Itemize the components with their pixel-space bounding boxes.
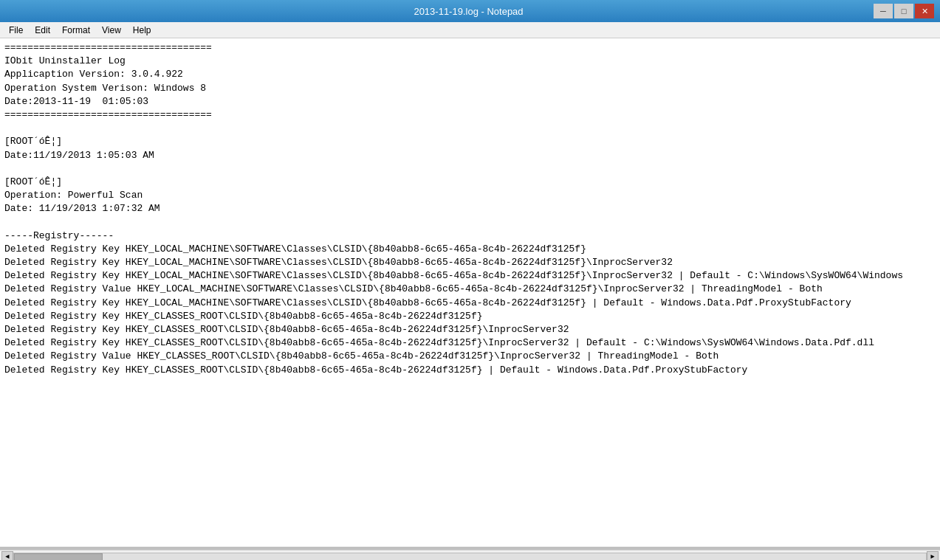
- window-title: 2013-11-19.log - Notepad: [64, 6, 874, 17]
- scroll-left-arrow[interactable]: ◄: [1, 551, 13, 561]
- scroll-right-arrow[interactable]: ►: [927, 551, 939, 561]
- text-editor[interactable]: [0, 38, 940, 547]
- title-bar: 2013-11-19.log - Notepad ─ □ ✕: [0, 0, 940, 22]
- menu-bar: File Edit Format View Help: [0, 22, 940, 38]
- horizontal-scrollbar[interactable]: ◄ ►: [0, 550, 940, 560]
- menu-view[interactable]: View: [96, 22, 127, 38]
- menu-file[interactable]: File: [3, 22, 29, 38]
- maximize-button[interactable]: □: [894, 4, 913, 18]
- window-controls: ─ □ ✕: [874, 4, 934, 18]
- menu-help[interactable]: Help: [127, 22, 157, 38]
- scrollbar-thumb[interactable]: [14, 553, 103, 561]
- minimize-button[interactable]: ─: [874, 4, 893, 18]
- menu-format[interactable]: Format: [56, 22, 96, 38]
- menu-edit[interactable]: Edit: [29, 22, 56, 38]
- close-button[interactable]: ✕: [915, 4, 934, 18]
- scrollbar-track[interactable]: [13, 553, 927, 561]
